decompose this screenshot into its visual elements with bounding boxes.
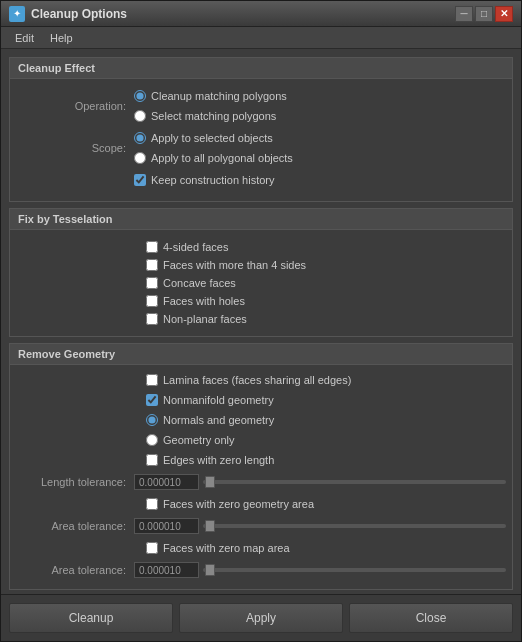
tess-check-more4: Faces with more than 4 sides bbox=[146, 256, 506, 274]
keep-history-label: Keep construction history bbox=[151, 174, 275, 186]
tess-concave-checkbox[interactable] bbox=[146, 277, 158, 289]
scope-radio-selected: Apply to selected objects bbox=[134, 129, 293, 147]
scope-radio-selected-input[interactable] bbox=[134, 132, 146, 144]
rg-nonmanifold-label: Nonmanifold geometry bbox=[163, 394, 274, 406]
tess-concave-label: Concave faces bbox=[163, 277, 236, 289]
rg-edges-label: Edges with zero length bbox=[163, 454, 274, 466]
operation-row: Operation: Cleanup matching polygons Sel… bbox=[16, 87, 506, 125]
rg-faces-zeromaparea-label: Faces with zero map area bbox=[163, 542, 290, 554]
rg-geoonly-radio[interactable] bbox=[146, 434, 158, 446]
keep-history-checkbox-row: Keep construction history bbox=[134, 171, 275, 189]
minimize-button[interactable]: ─ bbox=[455, 6, 473, 22]
window-title: Cleanup Options bbox=[31, 7, 455, 21]
keep-history-checkbox[interactable] bbox=[134, 174, 146, 186]
keep-history-row: Keep construction history bbox=[16, 171, 506, 189]
fix-tesselation-section: Fix by Tesselation 4-sided faces Faces w… bbox=[9, 208, 513, 337]
menu-edit[interactable]: Edit bbox=[7, 30, 42, 46]
rg-lamina-checkbox[interactable] bbox=[146, 374, 158, 386]
content-area: Cleanup Effect Operation: Cleanup matchi… bbox=[1, 49, 521, 594]
window-icon: ✦ bbox=[9, 6, 25, 22]
rg-faces-zeroarea-row: Faces with zero geometry area bbox=[146, 495, 506, 513]
tess-more4-checkbox[interactable] bbox=[146, 259, 158, 271]
operation-radio-cleanup: Cleanup matching polygons bbox=[134, 87, 287, 105]
tess-holes-checkbox[interactable] bbox=[146, 295, 158, 307]
main-window: ✦ Cleanup Options ─ □ ✕ Edit Help Cleanu… bbox=[0, 0, 522, 642]
title-buttons: ─ □ ✕ bbox=[455, 6, 513, 22]
tess-check-holes: Faces with holes bbox=[146, 292, 506, 310]
tess-4sided-checkbox[interactable] bbox=[146, 241, 158, 253]
cleanup-button[interactable]: Cleanup bbox=[9, 603, 173, 633]
remove-geometry-header: Remove Geometry bbox=[10, 344, 512, 365]
rg-normals-row: Normals and geometry bbox=[146, 411, 506, 429]
rg-length-tolerance-input[interactable] bbox=[134, 474, 199, 490]
scope-row: Scope: Apply to selected objects Apply t… bbox=[16, 129, 506, 167]
scope-radio-all-input[interactable] bbox=[134, 152, 146, 164]
operation-radio-select: Select matching polygons bbox=[134, 107, 287, 125]
tess-holes-label: Faces with holes bbox=[163, 295, 245, 307]
cleanup-effect-section: Cleanup Effect Operation: Cleanup matchi… bbox=[9, 57, 513, 202]
rg-lamina-row: Lamina faces (faces sharing all edges) bbox=[146, 371, 506, 389]
rg-geoonly-label: Geometry only bbox=[163, 434, 235, 446]
rg-length-tolerance-label: Length tolerance: bbox=[16, 476, 126, 488]
tess-check-4sided: 4-sided faces bbox=[146, 238, 506, 256]
rg-geoonly-row: Geometry only bbox=[146, 431, 506, 449]
scope-all-label: Apply to all polygonal objects bbox=[151, 152, 293, 164]
remove-geometry-body: Lamina faces (faces sharing all edges) N… bbox=[10, 365, 512, 589]
operation-select-label: Select matching polygons bbox=[151, 110, 276, 122]
rg-length-tolerance-row: Length tolerance: bbox=[16, 471, 506, 493]
apply-button[interactable]: Apply bbox=[179, 603, 343, 633]
rg-area2-slider-track[interactable] bbox=[203, 568, 506, 572]
close-window-button[interactable]: ✕ bbox=[495, 6, 513, 22]
operation-options: Cleanup matching polygons Select matchin… bbox=[134, 87, 287, 125]
rg-edges-checkbox[interactable] bbox=[146, 454, 158, 466]
rg-area-input-area bbox=[134, 518, 506, 534]
remove-geometry-section: Remove Geometry Lamina faces (faces shar… bbox=[9, 343, 513, 590]
rg-area-tolerance2-input[interactable] bbox=[134, 562, 199, 578]
tess-check-concave: Concave faces bbox=[146, 274, 506, 292]
rg-nonmanifold-checkbox[interactable] bbox=[146, 394, 158, 406]
rg-faces-zeroarea-checkbox[interactable] bbox=[146, 498, 158, 510]
rg-faces-zeromaparea-row: Faces with zero map area bbox=[146, 539, 506, 557]
scope-options: Apply to selected objects Apply to all p… bbox=[134, 129, 293, 167]
rg-nonmanifold-row: Nonmanifold geometry bbox=[146, 391, 506, 409]
menu-bar: Edit Help bbox=[1, 27, 521, 49]
cleanup-effect-header: Cleanup Effect bbox=[10, 58, 512, 79]
operation-label: Operation: bbox=[16, 100, 126, 112]
fix-tesselation-header: Fix by Tesselation bbox=[10, 209, 512, 230]
rg-area2-slider-thumb[interactable] bbox=[205, 564, 215, 576]
maximize-button[interactable]: □ bbox=[475, 6, 493, 22]
fix-tesselation-body: 4-sided faces Faces with more than 4 sid… bbox=[10, 230, 512, 336]
rg-length-input-area bbox=[134, 474, 506, 490]
scope-radio-all: Apply to all polygonal objects bbox=[134, 149, 293, 167]
rg-faces-zeromaparea-checkbox[interactable] bbox=[146, 542, 158, 554]
rg-area-tolerance-label: Area tolerance: bbox=[16, 520, 126, 532]
rg-length-slider-track[interactable] bbox=[203, 480, 506, 484]
close-button[interactable]: Close bbox=[349, 603, 513, 633]
rg-area-tolerance-input[interactable] bbox=[134, 518, 199, 534]
tess-nonplanar-checkbox[interactable] bbox=[146, 313, 158, 325]
tess-nonplanar-label: Non-planar faces bbox=[163, 313, 247, 325]
rg-area-tolerance2-row: Area tolerance: bbox=[16, 559, 506, 581]
scope-selected-label: Apply to selected objects bbox=[151, 132, 273, 144]
scope-label: Scope: bbox=[16, 142, 126, 154]
tess-more4-label: Faces with more than 4 sides bbox=[163, 259, 306, 271]
title-bar: ✦ Cleanup Options ─ □ ✕ bbox=[1, 1, 521, 27]
rg-area-slider-track[interactable] bbox=[203, 524, 506, 528]
rg-normals-radio[interactable] bbox=[146, 414, 158, 426]
rg-area-tolerance-row: Area tolerance: bbox=[16, 515, 506, 537]
rg-lamina-label: Lamina faces (faces sharing all edges) bbox=[163, 374, 351, 386]
rg-area-tolerance2-label: Area tolerance: bbox=[16, 564, 126, 576]
operation-cleanup-label: Cleanup matching polygons bbox=[151, 90, 287, 102]
rg-normals-label: Normals and geometry bbox=[163, 414, 274, 426]
tess-4sided-label: 4-sided faces bbox=[163, 241, 228, 253]
rg-area2-input-area bbox=[134, 562, 506, 578]
rg-length-slider-thumb[interactable] bbox=[205, 476, 215, 488]
rg-area-slider-thumb[interactable] bbox=[205, 520, 215, 532]
operation-radio-cleanup-input[interactable] bbox=[134, 90, 146, 102]
cleanup-effect-body: Operation: Cleanup matching polygons Sel… bbox=[10, 79, 512, 201]
operation-radio-select-input[interactable] bbox=[134, 110, 146, 122]
rg-faces-zeroarea-label: Faces with zero geometry area bbox=[163, 498, 314, 510]
bottom-bar: Cleanup Apply Close bbox=[1, 594, 521, 641]
rg-edges-row: Edges with zero length bbox=[146, 451, 506, 469]
menu-help[interactable]: Help bbox=[42, 30, 81, 46]
